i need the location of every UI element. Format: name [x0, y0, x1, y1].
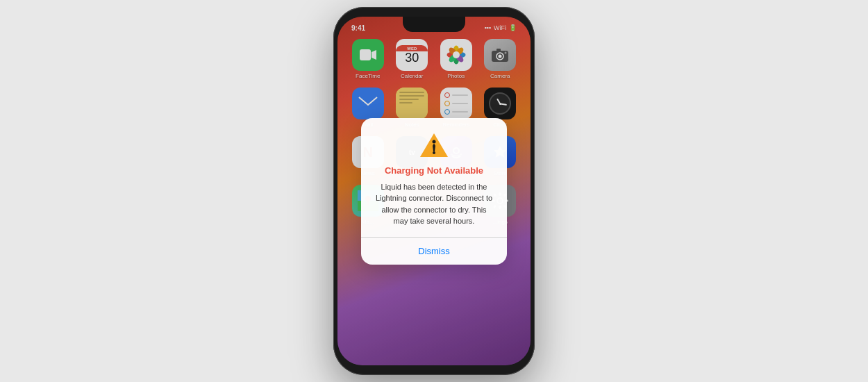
dismiss-button[interactable]: Dismiss — [374, 238, 494, 265]
alert-message: Liquid has been detected in the Lightnin… — [374, 181, 494, 227]
svg-point-32 — [433, 151, 435, 154]
phone-screen: 9:41 ▪▪▪ WiFi 🔋 — [337, 17, 531, 365]
alert-title: Charging Not Available — [374, 165, 494, 176]
svg-point-31 — [433, 140, 436, 143]
phone-mockup: 9:41 ▪▪▪ WiFi 🔋 — [333, 7, 535, 375]
wallpaper: 9:41 ▪▪▪ WiFi 🔋 — [337, 17, 531, 365]
phone-body: 9:41 ▪▪▪ WiFi 🔋 — [333, 7, 535, 375]
alert-overlay: Charging Not Available Liquid has been d… — [337, 17, 531, 365]
alert-icon-wrapper — [374, 132, 494, 158]
warning-triangle-icon — [419, 132, 449, 158]
alert-dialog: Charging Not Available Liquid has been d… — [361, 118, 507, 265]
